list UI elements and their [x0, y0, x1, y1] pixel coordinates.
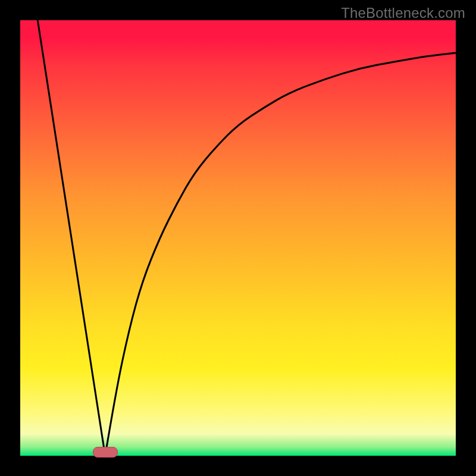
watermark-text: TheBottleneck.com — [341, 5, 465, 21]
curve-right-segment — [105, 53, 456, 456]
chart-frame: TheBottleneck.com — [0, 0, 476, 476]
curve-left-segment — [37, 20, 105, 456]
chart-lines — [20, 20, 456, 456]
plot-area — [20, 20, 456, 456]
bottleneck-marker — [93, 447, 118, 458]
